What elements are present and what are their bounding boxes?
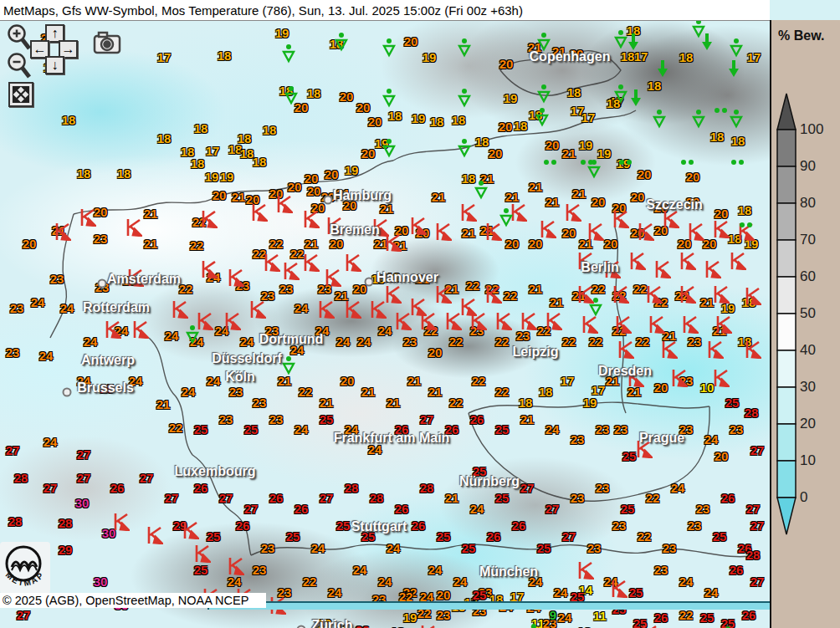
- temperature-value: 20: [368, 115, 382, 128]
- temperature-value: 20: [545, 139, 560, 151]
- temperature-value: 9: [550, 609, 556, 621]
- temperature-value: 22: [495, 335, 510, 348]
- temperature-value: 26: [654, 611, 668, 624]
- wind-barb-icon: [303, 210, 320, 232]
- temperature-value: 21: [387, 396, 401, 409]
- city-label: Dresden: [598, 364, 652, 379]
- temperature-value: 27: [320, 492, 334, 504]
- temperature-value: 27: [750, 444, 765, 457]
- city-label: Bremen: [330, 222, 380, 237]
- wind-barb-icon: [420, 625, 437, 628]
- wind-barb-icon: [629, 252, 646, 273]
- wind-barb-icon: [520, 312, 537, 334]
- bottom-slider-strip[interactable]: [207, 601, 771, 610]
- temperature-value: 22: [589, 335, 603, 348]
- temperature-value: 23: [6, 346, 20, 359]
- temperature-value: 22: [169, 421, 183, 434]
- temperature-value: 24: [328, 586, 342, 599]
- screenshot-button[interactable]: [92, 30, 122, 59]
- drizzle-dots-icon: [738, 217, 755, 232]
- drizzle-dots-icon: [617, 155, 634, 170]
- drizzle-dots-icon: [542, 155, 559, 170]
- city-label: Leipzig: [512, 345, 558, 360]
- temperature-value: 18: [253, 156, 267, 168]
- drizzle-dots-icon: [579, 155, 596, 170]
- temperature-value: 18: [191, 157, 205, 170]
- temperature-value: 27: [17, 609, 31, 621]
- temperature-value: 23: [94, 232, 108, 245]
- rain-shower-icon: [457, 138, 472, 161]
- wind-barb-icon: [495, 312, 512, 334]
- colorbar-tick-label: 20: [800, 416, 816, 432]
- temperature-value: 25: [700, 611, 715, 624]
- city-label: Nürnberg: [459, 474, 520, 489]
- temperature-value: 25: [473, 589, 487, 601]
- temperature-value: 21: [529, 181, 543, 193]
- temperature-value: 20: [715, 450, 729, 462]
- metmaps-logo[interactable]: METMAPS: [0, 542, 50, 594]
- temperature-value: 19: [403, 611, 417, 624]
- temperature-value: 18: [514, 120, 528, 132]
- temperature-value: 23: [437, 609, 451, 621]
- temperature-value: 22: [562, 335, 576, 348]
- colorbar-tick-label: 0: [800, 489, 807, 506]
- rain-shower-icon: [382, 88, 397, 111]
- temperature-value: 19: [583, 396, 597, 409]
- temperature-value: 28: [59, 517, 73, 529]
- down-arrow-icon: [728, 59, 740, 81]
- wind-barb-icon: [325, 268, 341, 290]
- fullscreen-button[interactable]: [8, 82, 33, 107]
- city-label: Rotterdam: [83, 300, 150, 315]
- wind-barb-icon: [707, 340, 724, 362]
- attribution-bar: © 2025 (AGB), OpenStreetMap, NOAA NCEP: [0, 593, 266, 608]
- temperature-value: 27: [750, 519, 765, 532]
- temperature-value: 21: [545, 196, 560, 208]
- wind-barb-icon: [385, 233, 402, 255]
- drizzle-dots-icon: [730, 155, 746, 170]
- temperature-value: 19: [579, 139, 593, 151]
- temperature-value: 22: [504, 289, 518, 302]
- temperature-value: 24: [470, 503, 484, 515]
- temperature-value: 21: [144, 237, 158, 250]
- temperature-value: 25: [437, 530, 451, 543]
- temperature-value: 21: [572, 187, 586, 200]
- temperature-value: 24: [295, 302, 309, 314]
- temperature-value: 23: [587, 542, 602, 554]
- temperature-value: 18: [157, 132, 172, 145]
- zoom-out-button[interactable]: [7, 52, 32, 84]
- temperature-value: 26: [487, 530, 501, 543]
- arrow-left-icon: ←: [33, 42, 47, 57]
- colorbar-tick-label: 70: [800, 232, 816, 248]
- city-label: Düsseldorf: [212, 351, 282, 366]
- legend-title: % Bew.: [778, 28, 824, 43]
- city-label: Antwerp: [81, 353, 135, 368]
- city-label: Amsterdam: [107, 272, 181, 287]
- temperature-value: 20: [499, 58, 514, 70]
- temperature-value: 25: [244, 423, 259, 436]
- temperature-value: 20: [305, 172, 319, 185]
- rain-shower-icon: [613, 29, 628, 53]
- temperature-value: 11: [593, 610, 607, 622]
- wind-barb-icon: [345, 300, 361, 322]
- wind-barb-icon: [201, 210, 218, 232]
- wind-barb-icon: [435, 222, 452, 244]
- city-marker: [365, 278, 374, 287]
- drizzle-dots-icon: [679, 155, 696, 170]
- temperature-value: 28: [14, 472, 28, 484]
- temperature-value: 24: [704, 433, 719, 446]
- pan-down-button[interactable]: ↓: [45, 56, 64, 74]
- rain-shower-icon: [691, 109, 706, 132]
- wind-barb-icon: [713, 285, 730, 307]
- rain-shower-icon: [281, 355, 296, 379]
- temperature-value: 21: [232, 191, 246, 203]
- zoom-in-button[interactable]: [7, 23, 32, 55]
- city-label: Luxembourg: [175, 464, 256, 479]
- temperature-value: 17: [581, 111, 596, 124]
- temperature-value: 23: [696, 503, 710, 515]
- temperature-value: 23: [654, 564, 668, 576]
- wind-barb-icon: [715, 315, 732, 337]
- rain-shower-icon: [185, 324, 200, 348]
- wind-barb-icon: [460, 203, 477, 225]
- wind-barb-icon: [615, 315, 632, 337]
- weather-map[interactable]: 2117181918201920212120181817181718181917…: [0, 20, 770, 628]
